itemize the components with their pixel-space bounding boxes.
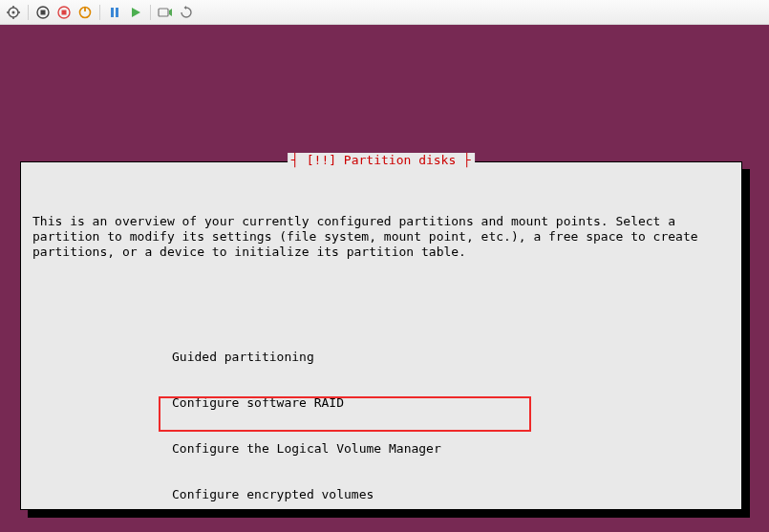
play-icon[interactable] xyxy=(126,3,145,22)
menu-item-guided[interactable]: Guided partitioning xyxy=(172,350,734,365)
svg-marker-14 xyxy=(132,8,140,17)
svg-point-1 xyxy=(12,11,15,13)
revert-icon[interactable] xyxy=(177,3,196,22)
menu-item-encrypted[interactable]: Configure encrypted volumes xyxy=(172,487,734,502)
menu-section-actions: Guided partitioning Configure software R… xyxy=(29,319,734,532)
stop-icon[interactable] xyxy=(33,3,53,22)
menu-item-lvm[interactable]: Configure the Logical Volume Manager xyxy=(172,441,734,457)
shutdown-icon[interactable] xyxy=(54,3,74,22)
svg-rect-13 xyxy=(116,8,118,17)
installer-screen: ┤ [!!] Partition disks ├ This is an over… xyxy=(0,25,769,532)
partition-dialog: ┤ [!!] Partition disks ├ This is an over… xyxy=(20,161,742,510)
menu-item-raid[interactable]: Configure software RAID xyxy=(172,395,734,411)
svg-rect-9 xyxy=(62,10,67,14)
svg-rect-7 xyxy=(41,10,46,14)
settings-icon[interactable] xyxy=(4,3,23,22)
toolbar-separator xyxy=(99,5,100,20)
svg-marker-16 xyxy=(184,6,187,10)
snapshot-icon[interactable] xyxy=(156,3,175,22)
dialog-title: ┤ [!!] Partition disks ├ xyxy=(288,153,475,167)
toolbar-separator xyxy=(150,5,151,20)
dialog-intro-text: This is an overview of your currently co… xyxy=(29,214,734,273)
svg-rect-12 xyxy=(111,8,114,17)
vm-toolbar xyxy=(0,0,769,25)
svg-rect-15 xyxy=(159,9,168,16)
pause-icon[interactable] xyxy=(105,3,124,22)
dialog-body: This is an overview of your currently co… xyxy=(21,162,741,532)
toolbar-separator xyxy=(28,5,29,20)
power-icon[interactable] xyxy=(75,3,95,22)
